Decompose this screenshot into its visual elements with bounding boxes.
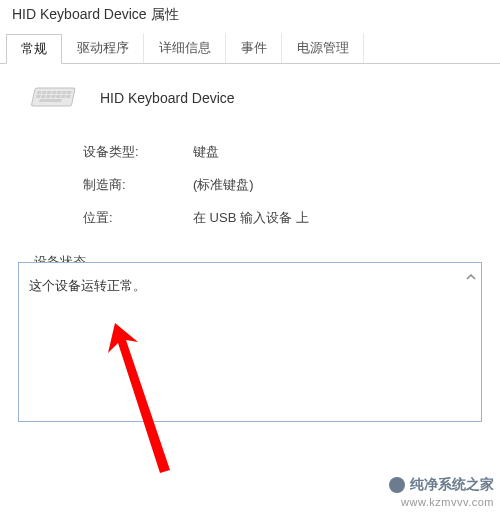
svg-rect-1 <box>37 91 42 94</box>
manufacturer-row: 制造商: (标准键盘) <box>83 176 482 194</box>
svg-rect-6 <box>62 91 67 94</box>
tab-general[interactable]: 常规 <box>6 34 62 64</box>
svg-rect-13 <box>61 95 66 98</box>
svg-rect-15 <box>39 99 62 102</box>
svg-rect-9 <box>41 95 46 98</box>
window-title: HID Keyboard Device 属性 <box>0 0 500 32</box>
device-header: HID Keyboard Device <box>28 83 482 113</box>
device-type-value: 键盘 <box>193 143 219 161</box>
status-group: 设备状态 这个设备运转正常。 <box>18 262 482 422</box>
svg-rect-14 <box>66 95 71 98</box>
tab-power[interactable]: 电源管理 <box>282 33 364 63</box>
watermark-title: 纯净系统之家 <box>410 475 494 495</box>
watermark-logo-icon <box>389 477 405 493</box>
svg-rect-10 <box>46 95 51 98</box>
location-row: 位置: 在 USB 输入设备 上 <box>83 209 482 227</box>
tab-driver[interactable]: 驱动程序 <box>62 33 144 63</box>
manufacturer-label: 制造商: <box>83 176 193 194</box>
svg-rect-3 <box>47 91 52 94</box>
svg-rect-7 <box>67 91 72 94</box>
svg-rect-11 <box>51 95 56 98</box>
svg-rect-2 <box>42 91 47 94</box>
device-type-label: 设备类型: <box>83 143 193 161</box>
location-label: 位置: <box>83 209 193 227</box>
location-value: 在 USB 输入设备 上 <box>193 209 309 227</box>
watermark: 纯净系统之家 www.kzmvvv.com <box>389 475 494 510</box>
svg-rect-12 <box>56 95 61 98</box>
scrollbar-up-icon[interactable] <box>465 271 477 283</box>
watermark-url: www.kzmvvv.com <box>389 495 494 510</box>
tab-events[interactable]: 事件 <box>226 33 282 63</box>
manufacturer-value: (标准键盘) <box>193 176 254 194</box>
keyboard-icon <box>28 83 80 113</box>
svg-rect-8 <box>36 95 41 98</box>
device-type-row: 设备类型: 键盘 <box>83 143 482 161</box>
tab-content: HID Keyboard Device 设备类型: 键盘 制造商: (标准键盘)… <box>0 63 500 262</box>
status-text: 这个设备运转正常。 <box>29 278 146 293</box>
svg-rect-4 <box>52 91 57 94</box>
device-info: 设备类型: 键盘 制造商: (标准键盘) 位置: 在 USB 输入设备 上 <box>83 143 482 227</box>
tab-bar: 常规 驱动程序 详细信息 事件 电源管理 <box>0 33 500 64</box>
tab-details[interactable]: 详细信息 <box>144 33 226 63</box>
status-textbox[interactable]: 这个设备运转正常。 <box>18 262 482 422</box>
svg-rect-5 <box>57 91 62 94</box>
device-name: HID Keyboard Device <box>100 90 235 106</box>
